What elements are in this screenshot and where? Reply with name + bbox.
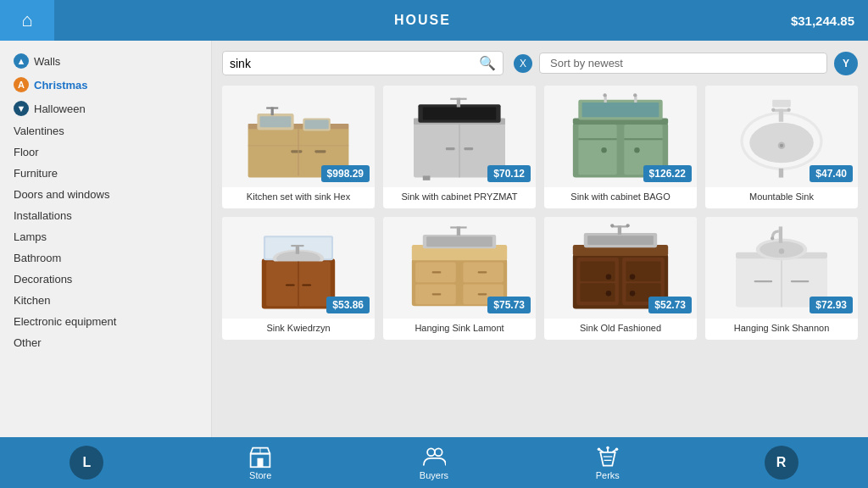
search-icon[interactable]: 🔍	[479, 55, 496, 71]
svg-rect-21	[446, 147, 455, 150]
product-card-1[interactable]: $998.29 Kitchen set with sink Hex	[222, 86, 375, 208]
arrow-up-icon: ▲	[14, 53, 29, 69]
sidebar-item-kitchen[interactable]: Kitchen	[0, 290, 211, 311]
buyers-label: Buyers	[420, 470, 448, 480]
sidebar-item-doors-windows[interactable]: Doors and windows	[0, 184, 211, 205]
price-badge-3: $126.22	[643, 165, 692, 182]
sidebar-label-halloween: Halloween	[34, 103, 86, 115]
product-image-3: $126.22	[544, 86, 697, 187]
product-image-7: $52.73	[544, 217, 697, 319]
product-name-2: Sink with cabinet PRYZMAT	[383, 187, 536, 208]
perks-icon	[596, 445, 620, 469]
product-card-4[interactable]: $47.40 Mountable Sink	[705, 86, 858, 208]
svg-rect-54	[291, 245, 303, 247]
buyers-tab[interactable]: Buyers	[348, 445, 521, 480]
product-card-2[interactable]: $70.12 Sink with cabinet PRYZMAT	[383, 86, 536, 208]
sort-y-button[interactable]: Y	[834, 52, 858, 75]
product-image-5: $53.86	[222, 217, 375, 319]
sidebar: ▲ Walls A Christmas ▼ Halloween Valentin…	[0, 41, 212, 437]
svg-point-34	[634, 147, 639, 152]
sidebar-label-electronic: Electronic equipment	[14, 315, 116, 328]
sidebar-item-floor[interactable]: Floor	[0, 141, 211, 163]
clear-button[interactable]: X	[514, 54, 532, 73]
sidebar-item-walls[interactable]: ▲ Walls	[0, 49, 211, 73]
svg-rect-94	[754, 280, 773, 282]
svg-point-105	[427, 448, 435, 456]
svg-point-82	[606, 291, 611, 296]
svg-point-107	[598, 448, 601, 452]
svg-rect-9	[314, 150, 326, 152]
svg-rect-70	[426, 236, 492, 247]
svg-rect-17	[450, 98, 466, 100]
product-image-2: $70.12	[383, 86, 536, 187]
sidebar-label-other: Other	[14, 336, 42, 349]
svg-point-80	[606, 274, 611, 280]
circle-a-icon: A	[14, 77, 29, 92]
svg-rect-64	[432, 271, 442, 273]
svg-rect-65	[478, 271, 487, 273]
svg-point-33	[601, 147, 606, 152]
svg-rect-5	[305, 120, 329, 130]
sidebar-label-bathroom: Bathroom	[14, 252, 61, 264]
search-input-wrap[interactable]: 🔍	[222, 51, 504, 75]
svg-point-100	[771, 236, 774, 240]
sidebar-item-halloween[interactable]: ▼ Halloween	[0, 97, 211, 120]
svg-rect-37	[772, 100, 791, 108]
svg-rect-36	[624, 138, 662, 140]
svg-point-89	[610, 224, 614, 227]
r-circle[interactable]: R	[765, 446, 798, 480]
product-name-5: Sink Kwiedrzyn	[222, 319, 375, 340]
svg-point-42	[780, 144, 783, 147]
svg-point-46	[787, 108, 790, 112]
svg-point-109	[606, 446, 609, 450]
product-card-5[interactable]: $53.86 Sink Kwiedrzyn	[222, 217, 375, 340]
product-image-6: $75.73	[383, 217, 536, 319]
product-card-3[interactable]: $126.22 Sink with cabinet BAGO	[544, 86, 697, 208]
sidebar-item-lamps[interactable]: Lamps	[0, 226, 211, 247]
svg-point-83	[630, 291, 635, 296]
svg-rect-18	[423, 175, 431, 180]
price-badge-4: $47.40	[810, 165, 853, 182]
price-badge-5: $53.86	[326, 297, 370, 313]
product-card-6[interactable]: $75.73 Hanging Sink Lamont	[383, 217, 536, 340]
price-badge-6: $75.73	[487, 297, 531, 313]
home-button[interactable]: ⌂	[0, 0, 54, 41]
sidebar-item-christmas[interactable]: A Christmas	[0, 73, 211, 97]
svg-rect-31	[578, 125, 616, 175]
sidebar-item-electronic[interactable]: Electronic equipment	[0, 311, 211, 332]
left-button[interactable]: L	[0, 446, 174, 480]
home-icon: ⌂	[21, 9, 32, 31]
perks-tab[interactable]: Perks	[520, 445, 694, 480]
svg-rect-3	[260, 116, 292, 127]
svg-rect-26	[582, 103, 659, 117]
svg-rect-47	[779, 169, 783, 178]
sidebar-item-installations[interactable]: Installations	[0, 205, 211, 226]
sidebar-item-bathroom[interactable]: Bathroom	[0, 247, 211, 269]
content-area: 🔍 X Sort by newest Y	[212, 41, 868, 437]
svg-rect-103	[258, 458, 264, 468]
perks-label: Perks	[596, 470, 620, 480]
sort-label: Sort by newest	[550, 57, 623, 69]
product-image-8: $72.93	[705, 217, 858, 319]
product-card-8[interactable]: $72.93 Hanging Sink Shannon	[705, 217, 858, 340]
buyers-icon	[422, 445, 446, 469]
store-tab[interactable]: Store	[174, 445, 348, 480]
product-image-4: $47.40	[705, 86, 858, 187]
l-circle[interactable]: L	[70, 446, 103, 480]
search-bar: 🔍 X Sort by newest Y	[222, 51, 858, 75]
svg-point-108	[615, 448, 619, 452]
sidebar-item-other[interactable]: Other	[0, 332, 211, 353]
balance-display: $31,244.85	[791, 14, 868, 28]
sidebar-item-furniture[interactable]: Furniture	[0, 163, 211, 184]
search-input[interactable]	[230, 57, 479, 70]
svg-rect-8	[291, 150, 302, 152]
sidebar-item-valentines[interactable]: Valentines	[0, 120, 211, 141]
product-name-6: Hanging Sink Lamont	[383, 319, 536, 340]
svg-rect-86	[587, 236, 654, 245]
svg-rect-72	[450, 226, 466, 228]
svg-point-45	[771, 108, 775, 112]
sidebar-item-decorations[interactable]: Decorations	[0, 269, 211, 290]
product-card-7[interactable]: $52.73 Sink Old Fashioned	[544, 217, 697, 340]
top-bar: ⌂ HOUSE $31,244.85	[0, 0, 868, 41]
right-button[interactable]: R	[694, 446, 868, 480]
